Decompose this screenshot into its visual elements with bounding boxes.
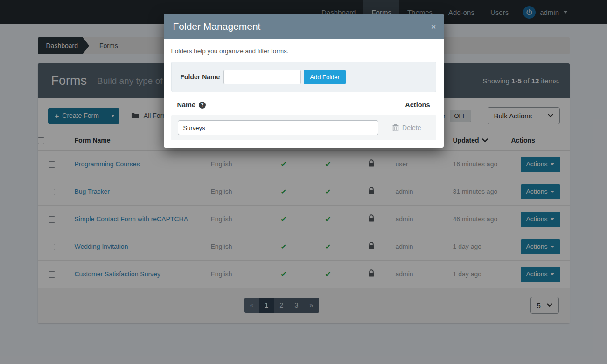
help-question-icon[interactable]: ? — [199, 102, 206, 109]
modal-title: Folder Management — [173, 21, 431, 32]
folder-rename-input[interactable] — [178, 120, 378, 135]
modal-header: Folder Management × — [164, 14, 444, 39]
modal-body: Folders help you organize and filter for… — [164, 39, 444, 148]
folder-name-input[interactable] — [223, 70, 301, 84]
folder-name-label: Folder Name — [181, 73, 220, 81]
add-folder-button[interactable]: Add Folder — [304, 70, 346, 84]
close-icon[interactable]: × — [431, 22, 436, 31]
modal-help-text: Folders help you organize and filter for… — [171, 48, 436, 55]
folder-list-actions-header: Actions — [405, 101, 430, 109]
delete-folder-button[interactable]: Delete — [392, 124, 421, 131]
trash-icon — [392, 124, 399, 131]
folder-list-name-header: Name — [177, 101, 196, 109]
folder-list-item: Delete — [171, 115, 436, 140]
folder-management-modal: Folder Management × Folders help you org… — [164, 14, 444, 148]
add-folder-well: Folder Name Add Folder — [171, 62, 436, 92]
folder-list-header: Name ? Actions — [177, 101, 430, 109]
